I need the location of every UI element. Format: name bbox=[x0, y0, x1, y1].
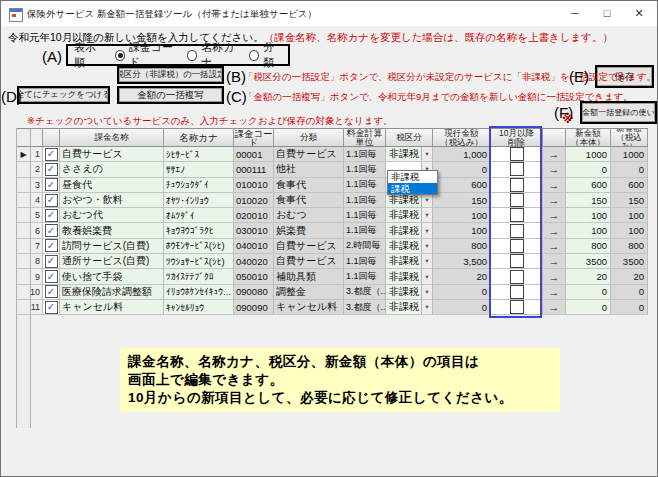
amount-copy-button[interactable]: 金額の一括複写 bbox=[119, 88, 222, 102]
close-button[interactable]: ✕ bbox=[623, 1, 655, 26]
delete-after-october-checkbox[interactable] bbox=[491, 285, 543, 300]
row-selector[interactable] bbox=[17, 223, 31, 238]
row-include-checkbox[interactable]: ✓ bbox=[43, 178, 60, 193]
kana-cell[interactable]: ｷｬﾝｾﾙﾘｮｳ bbox=[164, 300, 234, 315]
header-new-amount-tax[interactable]: 新金額 （税込み） bbox=[611, 129, 648, 147]
row-include-checkbox[interactable]: ✓ bbox=[43, 193, 60, 208]
charge-name-cell[interactable]: 教養娯楽費 bbox=[60, 223, 164, 238]
kana-cell[interactable]: ｲﾘｮｳﾎｹﾝｾｲｷｭｳ... bbox=[164, 285, 234, 300]
delete-after-october-checkbox[interactable] bbox=[491, 193, 543, 208]
row-include-checkbox[interactable]: ✓ bbox=[43, 223, 60, 238]
header-charge-name[interactable]: 課金名称 bbox=[60, 129, 164, 147]
kana-cell[interactable]: ｻｻｴﾉ bbox=[164, 162, 234, 177]
delete-after-october-checkbox[interactable] bbox=[491, 239, 543, 254]
tax-type-combobox[interactable]: 非課税▼ bbox=[386, 223, 433, 238]
tax-type-combobox[interactable]: 非課税▼ bbox=[386, 193, 433, 208]
kana-cell[interactable]: ﾂｳｼｮｻｰﾋﾞｽ(ｼﾋ) bbox=[164, 254, 234, 269]
delete-after-october-checkbox[interactable] bbox=[491, 269, 543, 284]
delete-after-october-checkbox[interactable] bbox=[491, 223, 543, 238]
charge-name-cell[interactable]: 通所サービス(自費) bbox=[60, 254, 164, 269]
tax-type-combobox[interactable]: 非課税▼ bbox=[386, 147, 433, 162]
row-selector[interactable] bbox=[17, 254, 31, 269]
charge-name-cell[interactable]: 自費サービス bbox=[60, 147, 164, 162]
delete-after-october-checkbox[interactable] bbox=[491, 300, 543, 315]
row-selector[interactable] bbox=[17, 178, 31, 193]
new-amount-cell[interactable]: 600 bbox=[566, 178, 611, 193]
chevron-down-icon[interactable]: ▼ bbox=[421, 254, 432, 268]
radio-category[interactable]: 分類 bbox=[249, 40, 282, 70]
delete-after-october-checkbox[interactable] bbox=[491, 147, 543, 162]
chevron-down-icon[interactable]: ▼ bbox=[421, 285, 432, 299]
kana-cell[interactable]: ﾎｳﾓﾝｻｰﾋﾞｽ(ｼﾋ) bbox=[164, 239, 234, 254]
charge-name-cell[interactable]: 昼食代 bbox=[60, 178, 164, 193]
delete-after-october-checkbox[interactable] bbox=[491, 162, 543, 177]
row-selector[interactable] bbox=[17, 208, 31, 223]
header-category[interactable]: 分類 bbox=[274, 129, 344, 147]
row-selector[interactable] bbox=[17, 162, 31, 177]
kana-cell[interactable]: ｵﾑﾂﾀﾞｲ bbox=[164, 208, 234, 223]
header-delete-october[interactable]: 10月以降 削除 bbox=[491, 129, 543, 147]
chevron-down-icon[interactable]: ▼ bbox=[421, 208, 432, 222]
row-selector[interactable] bbox=[17, 193, 31, 208]
row-selector[interactable] bbox=[17, 300, 31, 315]
chevron-down-icon[interactable]: ▼ bbox=[421, 147, 432, 161]
tax-type-combobox[interactable]: 非課税▼ bbox=[386, 300, 433, 315]
new-amount-cell[interactable]: 3500 bbox=[566, 254, 611, 269]
header-charge-code[interactable]: 課金コード bbox=[234, 129, 274, 147]
chevron-down-icon[interactable]: ▼ bbox=[421, 300, 432, 314]
row-include-checkbox[interactable]: ✓ bbox=[43, 285, 60, 300]
new-amount-cell[interactable]: 1000 bbox=[566, 147, 611, 162]
row-include-checkbox[interactable]: ✓ bbox=[43, 300, 60, 315]
charge-name-cell[interactable]: 訪問サービス(自費) bbox=[60, 239, 164, 254]
row-include-checkbox[interactable]: ✓ bbox=[43, 254, 60, 269]
minimize-button[interactable]: ─ bbox=[559, 1, 591, 26]
row-selector[interactable] bbox=[17, 285, 31, 300]
new-amount-cell[interactable]: 20 bbox=[566, 269, 611, 284]
dropdown-option-taxable[interactable]: 課税 bbox=[388, 183, 437, 195]
row-include-checkbox[interactable]: ✓ bbox=[43, 162, 60, 177]
header-tax-type[interactable]: 税区分 bbox=[386, 129, 433, 147]
header-unit[interactable]: 料金計算 単位 bbox=[344, 129, 386, 147]
dropdown-option-nontaxable[interactable]: 非課税 bbox=[388, 171, 437, 183]
delete-after-october-checkbox[interactable] bbox=[491, 254, 543, 269]
row-include-checkbox[interactable]: ✓ bbox=[43, 147, 60, 162]
charge-name-cell[interactable]: おやつ・飲料 bbox=[60, 193, 164, 208]
chevron-down-icon[interactable]: ▼ bbox=[421, 239, 432, 253]
charge-name-cell[interactable]: 使い捨て手袋 bbox=[60, 269, 164, 284]
new-amount-cell[interactable]: 100 bbox=[566, 223, 611, 238]
kana-cell[interactable]: ｷｮｳﾖｳｺﾞﾗｸﾋ bbox=[164, 223, 234, 238]
delete-after-october-checkbox[interactable] bbox=[491, 208, 543, 223]
header-kana[interactable]: 名称カナ bbox=[164, 129, 234, 147]
header-current-amount[interactable]: 現行金額 （税込み） bbox=[433, 129, 491, 147]
new-amount-cell[interactable]: 800 bbox=[566, 239, 611, 254]
row-include-checkbox[interactable]: ✓ bbox=[43, 208, 60, 223]
delete-after-october-checkbox[interactable] bbox=[491, 178, 543, 193]
new-amount-cell[interactable]: 0 bbox=[566, 162, 611, 177]
tax-type-combobox[interactable]: 非課税▼ bbox=[386, 269, 433, 284]
header-new-amount[interactable]: 新金額 （本体） bbox=[566, 129, 611, 147]
row-selector[interactable]: ▶ bbox=[17, 147, 31, 162]
charge-name-cell[interactable]: キャンセル料 bbox=[60, 300, 164, 315]
row-selector[interactable] bbox=[17, 269, 31, 284]
tax-type-dropdown-list[interactable]: 非課税 課税 bbox=[387, 170, 438, 195]
new-amount-cell[interactable]: 0 bbox=[566, 300, 611, 315]
kana-cell[interactable]: ﾁｭｳｼｮｸﾀﾞｲ bbox=[164, 178, 234, 193]
maximize-button[interactable]: □ bbox=[591, 1, 623, 26]
tax-type-combobox[interactable]: 非課税▼ bbox=[386, 285, 433, 300]
help-button[interactable]: 新金額一括登録の使い方 bbox=[582, 103, 655, 122]
row-include-checkbox[interactable]: ✓ bbox=[43, 239, 60, 254]
row-include-checkbox[interactable]: ✓ bbox=[43, 269, 60, 284]
chevron-down-icon[interactable]: ▼ bbox=[421, 269, 432, 283]
tax-bulk-set-button[interactable]: 税区分（非課税）の一括設定 bbox=[119, 68, 222, 82]
new-amount-cell[interactable]: 150 bbox=[566, 193, 611, 208]
new-amount-cell[interactable]: 100 bbox=[566, 208, 611, 223]
charge-name-cell[interactable]: 医療保険請求調整額 bbox=[60, 285, 164, 300]
new-amount-cell[interactable]: 0 bbox=[566, 285, 611, 300]
charge-name-cell[interactable]: ささえの bbox=[60, 162, 164, 177]
check-all-button[interactable]: 全てにチェックをつける bbox=[19, 88, 108, 102]
kana-cell[interactable]: ｵﾔﾂ･ｲﾝﾘｮｳ bbox=[164, 193, 234, 208]
kana-cell[interactable]: ｼﾋｻｰﾋﾞｽ bbox=[164, 147, 234, 162]
charge-name-cell[interactable]: おむつ代 bbox=[60, 208, 164, 223]
tax-type-combobox[interactable]: 非課税▼ bbox=[386, 239, 433, 254]
tax-type-combobox[interactable]: 非課税▼ bbox=[386, 254, 433, 269]
